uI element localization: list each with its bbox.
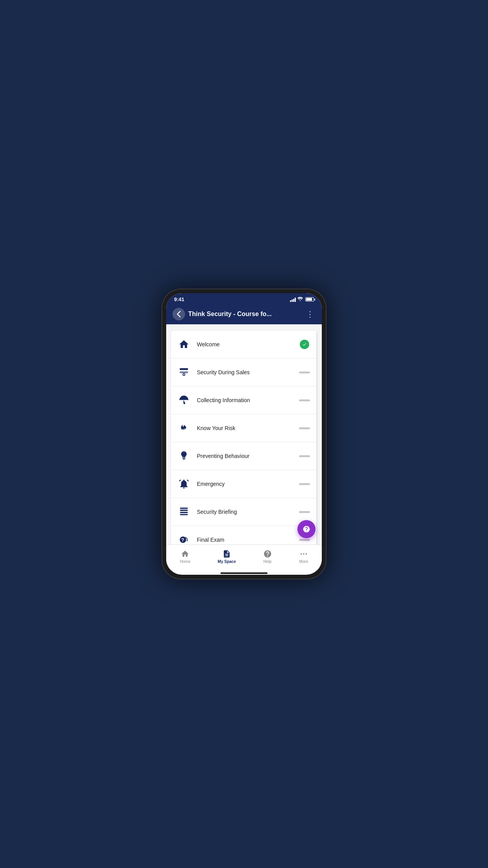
- course-item-final-exam[interactable]: ? Final Exam: [171, 526, 317, 544]
- home-nav-icon: [181, 550, 189, 558]
- course-item-status-emergency: [297, 483, 312, 485]
- svg-rect-2: [180, 371, 188, 373]
- svg-rect-14: [180, 510, 187, 511]
- svg-rect-13: [180, 508, 187, 509]
- status-icons: [290, 297, 314, 302]
- course-item-label-collecting-info: Collecting Information: [197, 397, 297, 404]
- svg-line-11: [179, 480, 181, 482]
- svg-point-4: [183, 374, 185, 375]
- brain-icon: ?: [176, 531, 192, 544]
- wifi-icon: [297, 297, 303, 302]
- home-icon: [176, 336, 192, 353]
- course-item-security-sales[interactable]: Security During Sales: [171, 359, 317, 386]
- security-icon: [176, 364, 192, 381]
- status-time: 9:41: [174, 296, 184, 302]
- home-indicator: [220, 572, 268, 574]
- app-header: Think Security - Course fo... ⋮: [166, 304, 322, 324]
- list-icon: [176, 504, 192, 520]
- svg-point-7: [185, 397, 186, 398]
- nav-home[interactable]: Home: [174, 548, 197, 565]
- more-menu-button[interactable]: ⋮: [305, 308, 316, 320]
- help-fab-button[interactable]: [297, 520, 316, 538]
- header-title: Think Security - Course fo...: [188, 311, 301, 318]
- course-item-status-preventing: [297, 455, 312, 457]
- help-nav-icon: [263, 550, 272, 558]
- course-item-status-collecting-info: [297, 399, 312, 401]
- svg-rect-8: [182, 458, 185, 458]
- course-item-status-welcome: [297, 340, 312, 349]
- course-item-label-welcome: Welcome: [197, 341, 297, 348]
- course-item-label-emergency: Emergency: [197, 480, 297, 487]
- svg-rect-9: [183, 459, 185, 460]
- nav-myspace-label: My Space: [218, 559, 236, 564]
- nav-help-label: Help: [264, 559, 272, 564]
- content-area: Welcome: [166, 324, 322, 544]
- course-item-status-security-briefing: [297, 511, 312, 513]
- nav-more-label: More: [299, 559, 308, 564]
- course-item-know-risk[interactable]: Know Your Risk: [171, 414, 317, 442]
- svg-point-5: [182, 397, 182, 398]
- bottom-navigation: Home My Space Help Mor: [166, 544, 322, 570]
- svg-point-6: [183, 396, 184, 397]
- phone-device: 9:41: [161, 289, 327, 579]
- svg-rect-16: [180, 514, 187, 515]
- signal-icon: [290, 297, 296, 302]
- svg-rect-15: [180, 512, 187, 513]
- course-item-label-preventing: Preventing Behaviour: [197, 452, 297, 460]
- svg-point-21: [305, 553, 307, 555]
- alarm-icon: [176, 476, 192, 492]
- course-item-status-final-exam: [297, 539, 312, 541]
- course-item-status-know-risk: [297, 427, 312, 429]
- course-list: Welcome: [171, 331, 317, 544]
- myspace-nav-icon: [222, 550, 231, 558]
- complete-check-icon: [300, 340, 309, 349]
- svg-point-0: [300, 300, 301, 301]
- nav-home-label: Home: [180, 559, 191, 564]
- nav-more[interactable]: More: [293, 548, 314, 565]
- course-item-preventing[interactable]: Preventing Behaviour: [171, 442, 317, 470]
- course-item-collecting-info[interactable]: Collecting Information: [171, 386, 317, 414]
- course-item-label-security-briefing: Security Briefing: [197, 508, 297, 515]
- svg-point-19: [301, 553, 302, 555]
- svg-point-20: [303, 553, 305, 555]
- umbrella-icon: [176, 392, 192, 408]
- nav-myspace[interactable]: My Space: [211, 548, 242, 565]
- fire-icon: [176, 420, 192, 436]
- phone-screen: 9:41: [166, 293, 322, 575]
- status-bar: 9:41: [166, 293, 322, 304]
- course-item-security-briefing[interactable]: Security Briefing: [171, 498, 317, 526]
- lightbulb-icon: [176, 448, 192, 464]
- course-item-welcome[interactable]: Welcome: [171, 331, 317, 359]
- svg-rect-1: [180, 368, 188, 370]
- course-item-emergency[interactable]: Emergency: [171, 470, 317, 498]
- nav-help[interactable]: Help: [257, 548, 278, 565]
- svg-line-12: [187, 480, 189, 482]
- course-item-label-security-sales: Security During Sales: [197, 369, 297, 376]
- back-button[interactable]: [172, 308, 185, 320]
- course-item-label-know-risk: Know Your Risk: [197, 425, 297, 432]
- battery-icon: [305, 297, 314, 302]
- more-nav-icon: [299, 550, 308, 558]
- course-item-status-security-sales: [297, 371, 312, 373]
- svg-text:?: ?: [181, 537, 184, 543]
- course-item-label-final-exam: Final Exam: [197, 536, 297, 543]
